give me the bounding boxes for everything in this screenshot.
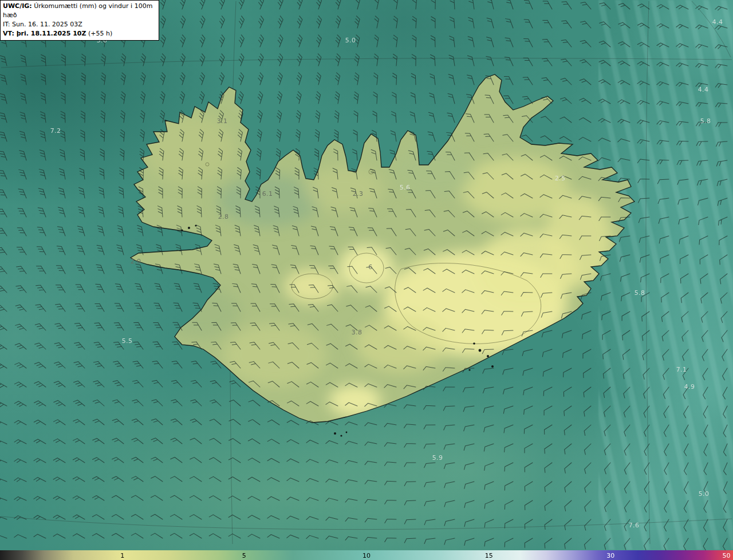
init-time: Sun. 16. 11. 2025 03Z: [12, 21, 82, 28]
title-line-init: IT: Sun. 16. 11. 2025 03Z: [3, 20, 156, 29]
lead-time: (+55 h): [88, 30, 112, 37]
title-line-model: UWC/IG: Úrkomumætti (mm) og vindur i 100…: [3, 2, 156, 20]
valid-time: þri. 18.11.2025 10Z: [17, 30, 86, 37]
colorbar-tick-15: 15: [485, 552, 493, 558]
colorbar-tick-1: 1: [120, 552, 124, 558]
colorbar-tick-10: 10: [362, 552, 371, 558]
colorbar-tick-30: 30: [606, 552, 614, 558]
init-label: IT:: [3, 21, 10, 28]
title-line-valid: VT: þri. 18.11.2025 10Z (+55 h): [3, 29, 156, 38]
colorbar-tick-5: 5: [242, 552, 246, 558]
colorbar-ticks: 1510153050: [0, 550, 733, 560]
weather-map: 5.05.04.44.45.87.23.16.12.35.62.52.82.06…: [0, 0, 733, 560]
colorbar-tick-50: 50: [722, 552, 730, 558]
map-canvas: [0, 0, 733, 560]
valid-label: VT:: [3, 30, 14, 37]
model-label: UWC/IG:: [3, 2, 32, 10]
title-box: UWC/IG: Úrkomumætti (mm) og vindur i 100…: [0, 0, 159, 41]
colorbar: 1510153050: [0, 550, 733, 560]
